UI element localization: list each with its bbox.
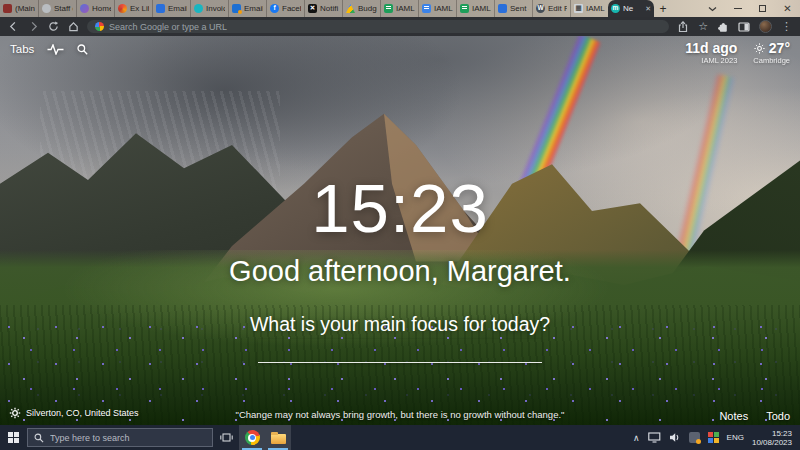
browser-tab[interactable]: IAML2 bbox=[456, 0, 494, 17]
browser-tab[interactable]: Email bbox=[152, 0, 190, 17]
sheets-icon bbox=[460, 4, 469, 13]
profile-avatar[interactable] bbox=[759, 20, 772, 33]
tab-search-icon[interactable] bbox=[700, 0, 725, 17]
tab-label: Staff d bbox=[54, 4, 73, 13]
nav-icons bbox=[0, 21, 87, 32]
browser-tab[interactable]: (Main bbox=[0, 0, 38, 17]
tab-label: Notifi bbox=[320, 4, 339, 13]
sidebar-icon[interactable] bbox=[738, 21, 750, 33]
image-icon: ▦ bbox=[574, 4, 583, 13]
browser-tab[interactable]: IAML bbox=[380, 0, 418, 17]
task-view-button[interactable] bbox=[213, 425, 239, 450]
exlibris-icon bbox=[118, 4, 127, 13]
todo-link[interactable]: Todo bbox=[766, 410, 790, 422]
taskbar-clock[interactable]: 15:23 10/08/2023 bbox=[752, 429, 794, 447]
address-bar[interactable]: Search Google or type a URL bbox=[87, 20, 669, 33]
person-icon bbox=[42, 4, 51, 13]
magnifier-icon bbox=[34, 433, 44, 443]
focus-input[interactable] bbox=[258, 339, 542, 363]
sheets-icon bbox=[384, 4, 393, 13]
browser-tab[interactable]: Home bbox=[76, 0, 114, 17]
browser-tab[interactable]: fFaceb bbox=[266, 0, 304, 17]
browser-tab[interactable]: Ex Lib bbox=[114, 0, 152, 17]
home-icon[interactable] bbox=[68, 21, 79, 32]
extensions-icon[interactable] bbox=[717, 21, 729, 33]
drive-icon bbox=[346, 4, 355, 13]
browser-tab[interactable]: Budge bbox=[342, 0, 380, 17]
quote: "Change may not always bring growth, but… bbox=[160, 409, 640, 420]
notification-tray-icon[interactable] bbox=[689, 432, 700, 443]
tab-label: IAML bbox=[396, 4, 415, 13]
back-icon[interactable] bbox=[8, 21, 19, 32]
browser-tab[interactable]: Email bbox=[228, 0, 266, 17]
hidden-icons-chevron[interactable]: ∧ bbox=[633, 433, 640, 443]
taskbar-date: 10/08/2023 bbox=[752, 438, 792, 447]
browser-tab[interactable]: ▦IAML bbox=[570, 0, 608, 17]
close-tab-icon[interactable]: ✕ bbox=[645, 5, 651, 13]
search-icon[interactable] bbox=[77, 44, 88, 55]
book-icon bbox=[3, 4, 12, 13]
maximize-button[interactable] bbox=[750, 0, 775, 17]
browser-tab[interactable]: ✕Notifi bbox=[304, 0, 342, 17]
screen: (MainStaff dHomeEx LibEmailInvoicEmailfF… bbox=[0, 0, 800, 450]
tab-label: Budge bbox=[358, 4, 377, 13]
toolbar-actions: ☆ ⋮ bbox=[677, 20, 800, 33]
chrome-icon bbox=[245, 430, 260, 445]
reload-icon[interactable] bbox=[48, 21, 59, 32]
countdown-value: 11d ago bbox=[685, 41, 737, 56]
location-widget[interactable]: Silverton, CO, United States bbox=[9, 407, 139, 419]
browser-tab[interactable]: Staff d bbox=[38, 0, 76, 17]
language-indicator[interactable]: ENG bbox=[727, 433, 744, 442]
browser-tab[interactable]: Invoic bbox=[190, 0, 228, 17]
mail-icon bbox=[156, 4, 165, 13]
countdown-widget[interactable]: 11d ago IAML 2023 bbox=[685, 41, 737, 65]
window-controls: ✕ bbox=[700, 0, 800, 17]
gear-icon[interactable] bbox=[9, 407, 21, 419]
browser-tab[interactable]: Sent - bbox=[494, 0, 532, 17]
top-right-widgets: 11d ago IAML 2023 27° Cambridge bbox=[685, 41, 790, 65]
weather-location: Cambridge bbox=[753, 56, 790, 65]
tray-app-icon[interactable] bbox=[708, 432, 719, 443]
menu-kebab-icon[interactable]: ⋮ bbox=[781, 21, 792, 32]
new-tab-button[interactable]: + bbox=[654, 0, 672, 17]
chrome-taskbar-button[interactable] bbox=[239, 425, 265, 450]
forward-icon[interactable] bbox=[28, 21, 39, 32]
close-window-button[interactable]: ✕ bbox=[775, 0, 800, 17]
sun-icon bbox=[754, 43, 765, 54]
tab-label: Home bbox=[92, 4, 111, 13]
tab-label: (Main bbox=[15, 4, 35, 13]
tab-label: IAML bbox=[586, 4, 605, 13]
network-icon[interactable] bbox=[648, 432, 661, 443]
tab-label: Faceb bbox=[282, 4, 301, 13]
volume-icon[interactable] bbox=[669, 432, 681, 443]
tabs-link[interactable]: Tabs bbox=[10, 43, 34, 55]
weather-temp: 27° bbox=[769, 41, 790, 56]
windows-logo-icon bbox=[8, 432, 19, 443]
tab-label: Invoic bbox=[206, 4, 225, 13]
minimize-button[interactable] bbox=[725, 0, 750, 17]
folder-icon bbox=[271, 434, 286, 444]
pulse-icon[interactable] bbox=[47, 44, 64, 55]
invoice-icon bbox=[194, 4, 203, 13]
windows-taskbar: ∧ ENG 15:23 10/08/2023 bbox=[0, 425, 800, 450]
taskbar-search[interactable] bbox=[27, 428, 213, 447]
weather-widget[interactable]: 27° Cambridge bbox=[753, 41, 790, 65]
taskbar-time: 15:23 bbox=[752, 429, 792, 438]
notes-link[interactable]: Notes bbox=[719, 410, 748, 422]
browser-tab[interactable]: WEdit P bbox=[532, 0, 570, 17]
top-left-widgets: Tabs bbox=[10, 43, 88, 55]
location-text: Silverton, CO, United States bbox=[26, 408, 139, 418]
browser-toolbar: Search Google or type a URL ☆ ⋮ bbox=[0, 17, 800, 36]
bookmark-star-icon[interactable]: ☆ bbox=[698, 21, 708, 32]
tab-label: Sent - bbox=[510, 4, 529, 13]
system-tray: ∧ ENG 15:23 10/08/2023 bbox=[633, 429, 800, 447]
outlook-icon bbox=[232, 4, 241, 13]
tab-label: Email bbox=[168, 4, 187, 13]
browser-tab[interactable]: mNe✕ bbox=[608, 0, 654, 17]
explorer-taskbar-button[interactable] bbox=[265, 425, 291, 450]
taskbar-search-input[interactable] bbox=[50, 433, 206, 443]
browser-tab[interactable]: IAML bbox=[418, 0, 456, 17]
share-icon[interactable] bbox=[677, 21, 689, 33]
countdown-label: IAML 2023 bbox=[685, 56, 737, 65]
start-button[interactable] bbox=[0, 425, 27, 450]
